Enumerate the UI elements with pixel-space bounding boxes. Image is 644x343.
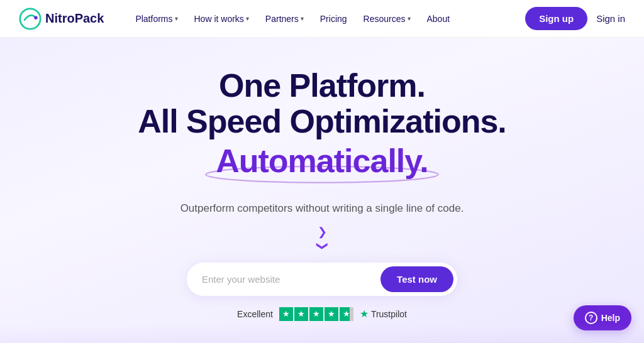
- scroll-chevrons: ❯ ❯: [318, 226, 327, 253]
- test-now-button[interactable]: Test now: [380, 266, 453, 292]
- nav-item-platforms[interactable]: Platforms ▾: [129, 10, 184, 28]
- star-4: ★: [325, 307, 338, 321]
- trust-label: Excellent: [237, 309, 273, 319]
- nav-item-resources[interactable]: Resources ▾: [357, 10, 417, 28]
- chevron-down-icon: ▾: [408, 15, 411, 22]
- signup-button[interactable]: Sign up: [525, 7, 587, 30]
- bottom-wave-decoration: [0, 324, 644, 343]
- nav-right: Sign up Sign in: [525, 7, 625, 30]
- logo-text: NitroPack: [45, 11, 104, 26]
- navbar: NitroPack Platforms ▾ How it works ▾ Par…: [0, 0, 644, 38]
- website-input-row: Test now: [187, 263, 457, 296]
- help-label: Help: [601, 313, 620, 323]
- nav-item-how-it-works[interactable]: How it works ▾: [188, 10, 255, 28]
- hero-title-line1: One Platform.: [219, 68, 425, 104]
- svg-point-0: [20, 8, 40, 28]
- trustpilot-logo: ★ Trustpilot: [360, 308, 407, 320]
- website-input[interactable]: [202, 274, 380, 285]
- svg-point-1: [34, 16, 37, 19]
- chevron-down-icon: ▾: [246, 15, 249, 22]
- chevron-down-icon: ▾: [175, 15, 178, 22]
- hero-title-line3: Automatically.: [216, 143, 428, 179]
- signin-button[interactable]: Sign in: [596, 13, 625, 24]
- nav-item-about[interactable]: About: [421, 10, 457, 28]
- help-icon: ?: [585, 312, 597, 324]
- star-3: ★: [309, 307, 323, 321]
- hero-auto-wrapper: Automatically.: [216, 142, 428, 180]
- hero-subtitle: Outperform competitors without writing a…: [180, 202, 464, 215]
- nav-item-partners[interactable]: Partners ▾: [259, 10, 310, 28]
- chevron-down-icon: ▾: [301, 15, 304, 22]
- nav-links: Platforms ▾ How it works ▾ Partners ▾ Pr…: [129, 10, 525, 28]
- star-1: ★: [279, 307, 293, 321]
- hero-title-line2: All Speed Optimizations.: [138, 104, 506, 139]
- star-5: ★: [340, 307, 353, 321]
- logo-icon: [19, 8, 42, 30]
- trust-stars: ★ ★ ★ ★ ★: [279, 307, 353, 321]
- hero-section: One Platform. All Speed Optimizations. A…: [0, 38, 644, 321]
- trustpilot-row: Excellent ★ ★ ★ ★ ★ ★ Trustpilot: [237, 307, 407, 321]
- star-2: ★: [294, 307, 308, 321]
- nav-item-pricing[interactable]: Pricing: [314, 10, 353, 28]
- logo-link[interactable]: NitroPack: [19, 8, 104, 30]
